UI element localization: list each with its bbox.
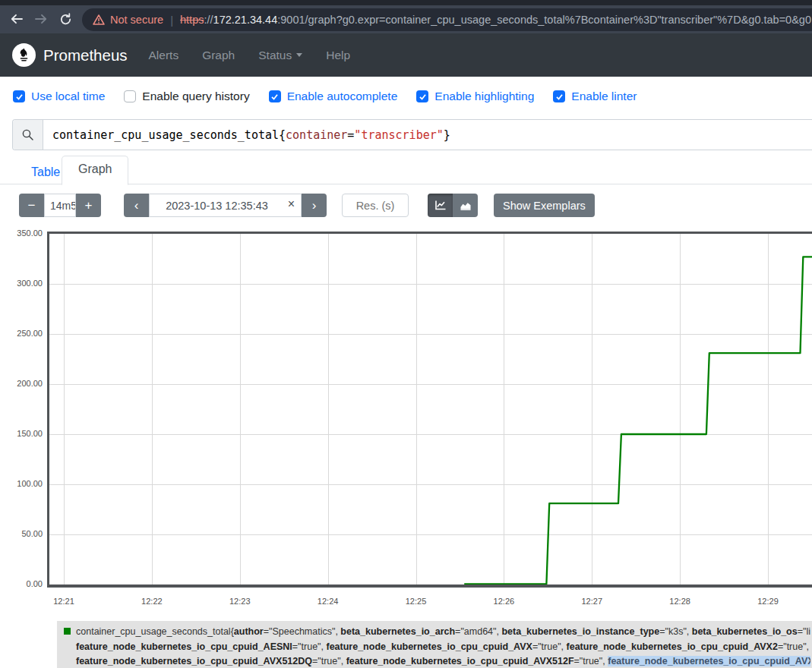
legend-label-name: feature_node_kubernetes_io_cpu_cpuid_AVX (326, 641, 532, 652)
tab-graph[interactable]: Graph (62, 156, 128, 185)
show-exemplars-button[interactable]: Show Exemplars (494, 194, 595, 217)
nav-item-help-label: Help (326, 49, 350, 62)
url-path: :9001/graph?g0.expr=container_cpu_usage_… (277, 14, 812, 26)
x-axis-tick-label: 12:26 (484, 597, 523, 606)
nav-item-help[interactable]: Help (326, 49, 350, 62)
x-axis-tick-label: 12:29 (748, 597, 788, 606)
legend-label-name: beta_kubernetes_io_arch (340, 626, 455, 637)
y-axis-tick-label: 300.00 (0, 279, 43, 288)
legend-label-value: ="k3s", (659, 626, 692, 637)
reload-icon (59, 13, 72, 26)
x-axis-tick-label: 12:22 (132, 597, 172, 606)
warning-icon (93, 14, 105, 25)
time-back-button[interactable]: ‹ (124, 194, 149, 217)
time-input-group: ‹ × › (124, 194, 327, 217)
legend-label-value: ="linux", (798, 626, 810, 637)
checkbox-label: Enable linter (571, 90, 637, 103)
range-decrease-button[interactable]: − (19, 194, 44, 217)
checkbox-icon[interactable] (124, 90, 136, 102)
x-axis-tick-label: 12:27 (572, 597, 611, 606)
not-secure-label: Not secure (110, 14, 163, 26)
x-axis-tick-label: 12:23 (220, 597, 260, 606)
y-axis-tick-label: 50.00 (0, 529, 43, 538)
nav-item-alerts[interactable]: Alerts (149, 49, 179, 62)
chart-type-toggle (428, 194, 478, 217)
option-enable-linter[interactable]: Enable linter (553, 90, 637, 103)
line-chart-toggle[interactable] (428, 194, 453, 217)
option-enable-query-history[interactable]: Enable query history (124, 90, 249, 103)
checkbox-icon[interactable] (553, 90, 565, 102)
options-row: Use local timeEnable query historyEnable… (13, 86, 637, 107)
series-line (49, 234, 812, 584)
check-icon (555, 93, 564, 101)
checkbox-label: Enable highlighting (434, 90, 534, 103)
reload-button[interactable] (55, 8, 76, 30)
datetime-input[interactable] (149, 194, 302, 217)
forward-button[interactable] (30, 8, 52, 30)
legend-label-name: author (234, 626, 264, 637)
legend-label-name: beta_kubernetes_io_instance_type (501, 626, 659, 637)
browser-tabstrip (0, 0, 812, 5)
caret-down-icon (296, 53, 302, 57)
legend-label-name: feature_node_kubernetes_io_cpu_cpuid_AVX… (608, 656, 810, 666)
resolution-input[interactable] (342, 194, 409, 217)
query-input-group: container_cpu_usage_seconds_total{contai… (12, 119, 812, 150)
y-axis-tick-label: 200.00 (0, 379, 43, 388)
checkbox-icon[interactable] (13, 90, 25, 102)
option-enable-autocomplete[interactable]: Enable autocomplete (269, 90, 398, 103)
search-icon (21, 128, 34, 141)
option-use-local-time[interactable]: Use local time (13, 90, 105, 103)
legend-label-value: ="true", (292, 641, 327, 652)
url-bar[interactable]: Not secure | https :// 172.21.34.44 :900… (82, 8, 812, 31)
legend-line: feature_node_kubernetes_io_cpu_cpuid_AVX… (64, 654, 810, 668)
stacked-chart-toggle[interactable] (453, 194, 478, 217)
legend-line: container_cpu_usage_seconds_total{author… (64, 625, 810, 640)
brand-title: Prometheus (43, 46, 128, 65)
check-icon (419, 93, 427, 101)
legend-label-value: ="true", (532, 641, 567, 652)
nav-item-graph-label: Graph (202, 49, 235, 62)
checkbox-icon[interactable] (416, 90, 428, 102)
back-button[interactable] (6, 8, 27, 30)
y-axis-tick-label: 100.00 (0, 479, 43, 488)
checkbox-icon[interactable] (269, 90, 281, 102)
range-input[interactable] (44, 194, 76, 217)
y-axis-tick-label: 0.00 (0, 579, 43, 588)
query-token: container (286, 128, 347, 142)
series-legend[interactable]: container_cpu_usage_seconds_total{author… (57, 621, 812, 668)
query-token: } (444, 128, 450, 142)
y-axis-tick-label: 250.00 (0, 329, 43, 338)
legend-label-name: feature_node_kubernetes_io_cpu_cpuid_AVX… (346, 656, 574, 666)
legend-label-name: feature_node_kubernetes_io_cpu_cpuid_AVX… (567, 641, 778, 652)
legend-line: feature_node_kubernetes_io_cpu_cpuid_AES… (64, 640, 810, 655)
nav-item-status[interactable]: Status (258, 49, 302, 62)
x-axis-tick-label: 12:24 (308, 597, 348, 606)
forward-icon (34, 13, 48, 25)
url-separator: | (170, 14, 173, 27)
query-token: = (347, 128, 354, 142)
url-host: 172.21.34.44 (213, 14, 278, 26)
checkbox-label: Enable autocomplete (287, 90, 398, 103)
option-enable-highlighting[interactable]: Enable highlighting (416, 90, 534, 103)
legend-label-value: ="true", (312, 656, 346, 666)
legend-label-value: container_cpu_usage_seconds_total{ (76, 626, 234, 637)
query-expression-input[interactable]: container_cpu_usage_seconds_total{contai… (43, 120, 812, 150)
range-increase-button[interactable]: + (76, 194, 101, 217)
legend-label-value: ="Speechmatics", (264, 626, 341, 637)
y-axis-tick-label: 150.00 (0, 429, 43, 438)
legend-label-name: feature_node_kubernetes_io_cpu_cpuid_AES… (76, 641, 292, 652)
legend-label-name: feature_node_kubernetes_io_cpu_cpuid_AVX… (76, 656, 312, 666)
clear-icon[interactable]: × (288, 197, 295, 211)
query-token: "transcriber" (354, 128, 443, 142)
plot-area[interactable] (47, 232, 812, 588)
graph-panel: 0.0050.00100.00150.00200.00250.00300.003… (0, 224, 812, 615)
nav-item-alerts-label: Alerts (149, 49, 179, 62)
query-token: { (279, 128, 286, 142)
back-icon (10, 13, 24, 25)
prometheus-logo (12, 43, 36, 67)
legend-label-value: ="true", (574, 656, 608, 666)
checkbox-label: Use local time (31, 90, 105, 103)
time-forward-button[interactable]: › (302, 194, 327, 217)
nav-item-graph[interactable]: Graph (202, 49, 235, 62)
y-axis-tick-label: 350.00 (0, 228, 43, 238)
